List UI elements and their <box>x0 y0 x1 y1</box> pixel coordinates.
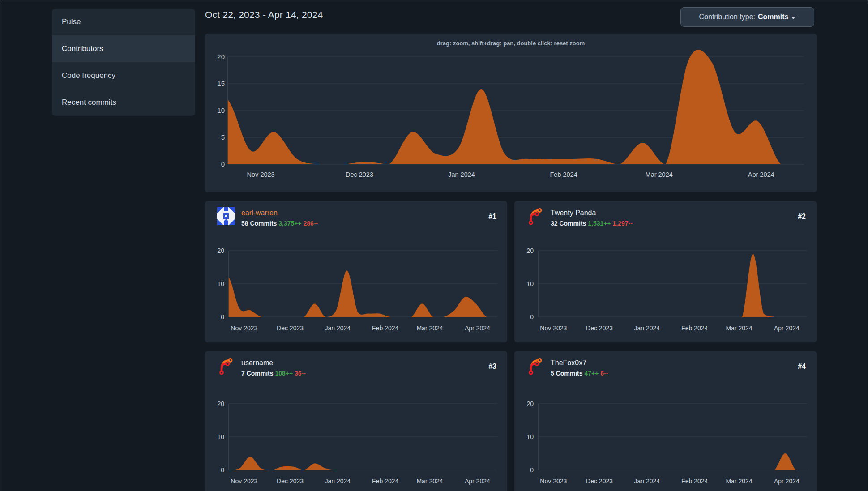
x-tick-label: Dec 2023 <box>586 478 613 485</box>
sidebar-item-code-frequency[interactable]: Code frequency <box>52 62 195 89</box>
x-tick-label: Dec 2023 <box>277 478 304 485</box>
y-tick-label: 10 <box>526 280 534 287</box>
y-tick-label: 20 <box>526 247 534 254</box>
y-tick-label: 5 <box>221 133 225 141</box>
y-tick-label: 15 <box>217 80 225 87</box>
y-tick-label: 20 <box>217 53 225 60</box>
sidebar-item-contributors[interactable]: Contributors <box>52 35 195 62</box>
contributor-area-chart[interactable]: 01020Nov 2023Dec 2023Jan 2024Feb 2024Mar… <box>205 351 507 491</box>
x-tick-label: Feb 2024 <box>372 324 398 332</box>
chevron-down-icon <box>791 17 795 19</box>
x-tick-label: Feb 2024 <box>372 478 398 485</box>
date-range-heading: Oct 22, 2023 - Apr 14, 2024 <box>205 9 323 20</box>
contribution-type-label: Contribution type: <box>699 13 755 21</box>
x-tick-label: Jan 2024 <box>325 478 351 485</box>
x-tick-label: Mar 2024 <box>646 171 673 178</box>
y-tick-label: 10 <box>217 280 224 287</box>
area-series <box>538 453 807 470</box>
area-series <box>229 457 497 470</box>
x-tick-label: Jan 2024 <box>448 171 475 178</box>
x-tick-label: Apr 2024 <box>748 171 774 178</box>
contribution-type-dropdown[interactable]: Contribution type: Commits <box>680 7 814 27</box>
x-tick-label: Apr 2024 <box>465 324 490 332</box>
x-tick-label: Dec 2023 <box>277 324 304 332</box>
x-tick-label: Jan 2024 <box>634 478 660 485</box>
x-tick-label: Nov 2023 <box>540 478 567 485</box>
contributor-card: Twenty Panda 32 Commits 1,531++ 1,297-- … <box>514 201 817 342</box>
y-tick-label: 20 <box>526 400 534 407</box>
x-tick-label: Dec 2023 <box>586 324 613 332</box>
y-tick-label: 10 <box>526 433 534 440</box>
overall-contributions-card: drag: zoom, shift+drag: pan, double clic… <box>205 34 817 192</box>
contribution-type-value: Commits <box>758 13 788 21</box>
x-tick-label: Jan 2024 <box>325 324 351 332</box>
x-tick-label: Dec 2023 <box>346 171 373 178</box>
x-tick-label: Feb 2024 <box>550 171 577 178</box>
contributor-area-chart[interactable]: 01020Nov 2023Dec 2023Jan 2024Feb 2024Mar… <box>514 351 817 491</box>
x-tick-label: Mar 2024 <box>726 324 752 332</box>
x-tick-label: Nov 2023 <box>540 324 567 332</box>
area-series <box>538 254 807 317</box>
y-tick-label: 0 <box>530 466 534 474</box>
y-tick-label: 10 <box>217 433 224 440</box>
contributor-card: TheFox0x7 5 Commits 47++ 6-- #4 01020Nov… <box>514 351 817 491</box>
x-tick-label: Jan 2024 <box>634 324 660 332</box>
contributor-card: earl-warren 58 Commits 3,375++ 286-- #1 … <box>205 201 507 342</box>
sidebar-item-pulse[interactable]: Pulse <box>52 9 195 35</box>
y-tick-label: 10 <box>217 107 225 114</box>
x-tick-label: Apr 2024 <box>774 478 800 485</box>
x-tick-label: Mar 2024 <box>726 478 752 485</box>
x-tick-label: Feb 2024 <box>681 324 708 332</box>
area-series <box>228 50 804 164</box>
y-tick-label: 20 <box>217 247 224 254</box>
x-tick-label: Apr 2024 <box>774 324 800 332</box>
x-tick-label: Nov 2023 <box>231 324 257 332</box>
x-tick-label: Nov 2023 <box>231 478 257 485</box>
contributors-page: Pulse Contributors Code frequency Recent… <box>0 0 868 491</box>
contributor-card: username 7 Commits 108++ 36-- #3 01020No… <box>205 351 507 491</box>
sidebar-item-recent-commits[interactable]: Recent commits <box>52 89 195 116</box>
x-tick-label: Nov 2023 <box>247 171 275 178</box>
contributor-area-chart[interactable]: 01020Nov 2023Dec 2023Jan 2024Feb 2024Mar… <box>514 201 817 342</box>
x-tick-label: Mar 2024 <box>416 324 443 332</box>
y-tick-label: 0 <box>221 160 225 168</box>
x-tick-label: Feb 2024 <box>681 478 708 485</box>
y-tick-label: 20 <box>217 400 224 407</box>
x-tick-label: Mar 2024 <box>416 478 443 485</box>
area-series <box>229 270 497 317</box>
contributions-area-chart[interactable]: 05101520Nov 2023Dec 2023Jan 2024Feb 2024… <box>205 34 817 192</box>
x-tick-label: Apr 2024 <box>465 478 490 485</box>
y-tick-label: 0 <box>221 313 224 320</box>
contributor-area-chart[interactable]: 01020Nov 2023Dec 2023Jan 2024Feb 2024Mar… <box>205 201 507 342</box>
repo-activity-menu: Pulse Contributors Code frequency Recent… <box>52 9 195 116</box>
y-tick-label: 0 <box>530 313 534 320</box>
y-tick-label: 0 <box>221 466 224 474</box>
